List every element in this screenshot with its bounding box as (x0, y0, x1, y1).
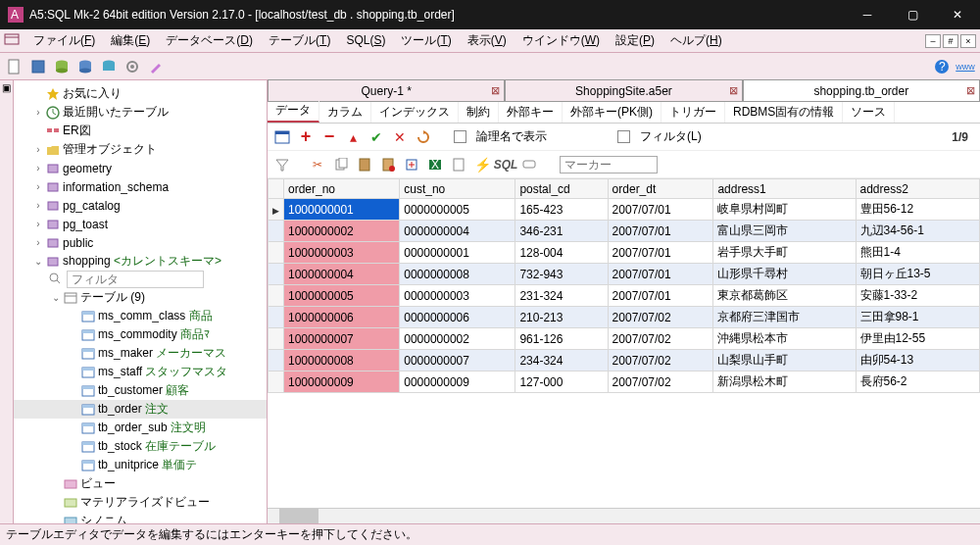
menu-t[interactable]: ツール(T) (393, 31, 459, 49)
menu-f[interactable]: ファイル(F) (25, 31, 103, 49)
table-row[interactable]: 10000000070000000002961-1262007/07/02沖縄県… (269, 328, 980, 350)
export-icon[interactable] (403, 156, 420, 173)
clipboard-icon[interactable] (450, 156, 467, 173)
tab-close-icon[interactable]: ⊠ (966, 84, 975, 97)
window-maximize-button[interactable]: ▢ (890, 0, 935, 29)
tree-node-tb_stock[interactable]: tb_stock 在庫テーブル (14, 437, 267, 456)
tree-node-テーブル (9)[interactable]: ⌄テーブル (9) (14, 288, 267, 307)
tree-node-最近開いたテーブル[interactable]: ›最近開いたテーブル (14, 103, 267, 122)
window-minimize-button[interactable]: ─ (845, 0, 890, 29)
column-header[interactable]: cust_no (400, 179, 515, 199)
editor-tab[interactable]: Query-1 *⊠ (268, 79, 505, 101)
column-header[interactable]: postal_cd (515, 179, 608, 199)
tree-node-tb_unitprice[interactable]: tb_unitprice 単価テ (14, 456, 267, 474)
menu-s[interactable]: SQL(S) (338, 31, 393, 49)
db-icon[interactable] (76, 58, 94, 75)
data-grid[interactable]: order_nocust_nopostal_cdorder_dtaddress1… (268, 178, 980, 508)
tree-node-ER図[interactable]: ER図 (14, 122, 267, 140)
edit-row-icon[interactable]: ▴ (344, 128, 362, 146)
subtab-7[interactable]: RDBMS固有の情報 (725, 102, 843, 123)
tree-node-ms_maker[interactable]: ms_maker メーカーマス (14, 344, 267, 363)
horizontal-scrollbar[interactable] (268, 508, 980, 523)
menu-d[interactable]: データベース(D) (158, 31, 261, 49)
tree-node-tb_customer[interactable]: tb_customer 顧客 (14, 381, 267, 400)
www-icon[interactable]: www (956, 58, 974, 75)
column-header[interactable]: address1 (713, 179, 856, 199)
menu-e[interactable]: 編集(E) (103, 31, 158, 49)
menu-t[interactable]: テーブル(T) (261, 31, 338, 49)
table-row[interactable]: 10000000060000000006210-2132007/07/02京都府… (269, 307, 980, 328)
refresh-icon[interactable] (415, 128, 432, 146)
magic-icon[interactable] (147, 58, 165, 75)
tree-node-シノニム[interactable]: シノニム (14, 512, 267, 523)
tree-node-geometry[interactable]: ›geometry (14, 159, 267, 177)
column-header[interactable]: address2 (856, 179, 980, 199)
copy-icon[interactable] (332, 156, 350, 173)
tree-node-information_schema[interactable]: ›information_schema (14, 177, 267, 196)
tree-node-管理オブジェクト[interactable]: ›管理オブジェクト (14, 140, 267, 159)
menu-v[interactable]: 表示(V) (460, 31, 514, 49)
subtab-3[interactable]: 制約 (459, 102, 499, 123)
column-header[interactable]: order_no (284, 179, 400, 199)
subtab-4[interactable]: 外部キー (499, 102, 563, 123)
filter-icon[interactable] (273, 156, 291, 173)
subtab-1[interactable]: カラム (319, 102, 371, 123)
save-icon[interactable] (29, 58, 47, 75)
table-row[interactable]: 10000000050000000003231-3242007/07/01東京都… (269, 285, 980, 307)
tree-node-ms_commodity[interactable]: ms_commodity 商品ﾏ (14, 325, 267, 344)
calendar-icon[interactable] (273, 128, 291, 146)
mdi-close-button[interactable]: × (960, 34, 976, 48)
menu-p[interactable]: 設定(P) (608, 31, 662, 49)
editor-tab[interactable]: shopping.tb_order⊠ (743, 79, 980, 101)
tree-node-ビュー[interactable]: ビュー (14, 474, 267, 493)
tree-node-pg_toast[interactable]: ›pg_toast (14, 215, 267, 233)
subtab-6[interactable]: トリガー (662, 102, 725, 123)
window-close-button[interactable]: ✕ (935, 0, 980, 29)
table-row[interactable]: 10000000030000000001128-0042007/07/01岩手県… (269, 242, 980, 264)
tab-close-icon[interactable]: ⊠ (491, 84, 500, 97)
tree-node-ms_staff[interactable]: ms_staff スタッフマスタ (14, 363, 267, 381)
marker-input[interactable] (560, 156, 658, 173)
mdi-minimize-button[interactable]: – (925, 34, 941, 48)
tree-node-tb_order[interactable]: tb_order 注文 (14, 400, 267, 419)
subtab-2[interactable]: インデックス (371, 102, 459, 123)
settings-icon[interactable] (123, 58, 141, 75)
tab-close-icon[interactable]: ⊠ (729, 84, 738, 97)
help-icon[interactable]: ? (933, 58, 951, 75)
sql-icon[interactable]: SQL (497, 156, 514, 173)
paste-special-icon[interactable] (379, 156, 397, 173)
cancel-icon[interactable]: ✕ (391, 128, 409, 146)
commit-icon[interactable]: ✔ (368, 128, 385, 146)
tree-node-pg_catalog[interactable]: ›pg_catalog (14, 196, 267, 215)
subtab-0[interactable]: データ (268, 100, 319, 123)
add-row-icon[interactable]: + (297, 128, 315, 146)
lightning-icon[interactable]: ⚡ (473, 156, 491, 173)
tree-node-tb_order_sub[interactable]: tb_order_sub 注文明 (14, 419, 267, 437)
excel-icon[interactable]: X (426, 156, 444, 173)
db-list-icon[interactable] (100, 58, 118, 75)
menu-h[interactable]: ヘルプ(H) (662, 31, 730, 49)
editor-tab[interactable]: ShoppingSite.a5er⊠ (505, 79, 742, 101)
new-file-icon[interactable] (6, 58, 24, 75)
cut-icon[interactable]: ✂ (309, 156, 326, 173)
db-connect-icon[interactable] (53, 58, 71, 75)
table-row[interactable]: 10000000080000000007234-3242007/07/02山梨県… (269, 350, 980, 372)
delete-row-icon[interactable]: − (320, 128, 338, 146)
tree-node-public[interactable]: ›public (14, 233, 267, 252)
subtab-8[interactable]: ソース (843, 102, 895, 123)
tree-node-マテリアライズドビュー[interactable]: マテリアライズドビュー (14, 493, 267, 512)
mdi-restore-button[interactable]: # (943, 34, 958, 48)
menu-w[interactable]: ウインドウ(W) (514, 31, 608, 49)
tree-filter-input[interactable] (67, 271, 204, 288)
tree-node-shopping[interactable]: ⌄shopping <カレントスキーマ> (14, 252, 267, 271)
table-row[interactable]: 10000000020000000004346-2312007/07/01富山県… (269, 221, 980, 242)
subtab-5[interactable]: 外部キー(PK側) (563, 102, 662, 123)
column-header[interactable]: order_dt (608, 179, 713, 199)
menu-icon[interactable] (4, 31, 20, 50)
table-row[interactable]: 10000000040000000008732-9432007/07/01山形県… (269, 264, 980, 285)
filter-checkbox[interactable] (617, 130, 630, 143)
tree-node-お気に入り[interactable]: お気に入り (14, 84, 267, 103)
table-row[interactable]: 10000000090000000009127-0002007/07/02新潟県… (269, 372, 980, 393)
comment-icon[interactable] (520, 156, 538, 173)
logical-name-checkbox[interactable] (454, 130, 466, 143)
